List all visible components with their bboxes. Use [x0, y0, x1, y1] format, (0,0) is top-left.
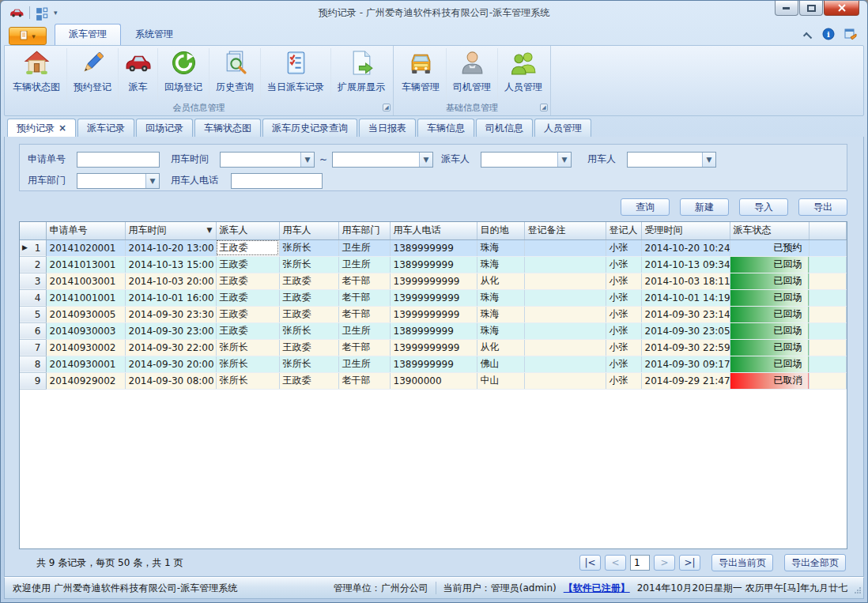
row-indicator-cell[interactable]: 7: [20, 339, 46, 356]
doc-tab-当日报表[interactable]: 当日报表: [359, 119, 416, 137]
table-cell[interactable]: 20140929002: [46, 372, 125, 389]
table-cell[interactable]: 2014-10-01 14:19: [641, 289, 730, 306]
table-cell[interactable]: 小张: [606, 372, 641, 389]
collapse-ribbon-icon[interactable]: [803, 32, 812, 40]
first-page-button[interactable]: |<: [579, 555, 601, 571]
table-cell[interactable]: 2014-09-30 23:00: [125, 322, 216, 339]
table-cell[interactable]: 2014-09-30 08:00: [125, 372, 216, 389]
table-cell[interactable]: 1389999999: [390, 322, 477, 339]
column-header-用车人电话[interactable]: 用车人电话: [390, 222, 477, 239]
doc-tab-预约记录[interactable]: 预约记录×: [7, 119, 76, 137]
table-cell[interactable]: 1389999999: [390, 356, 477, 372]
table-cell[interactable]: 张所长: [216, 356, 279, 372]
table-row[interactable]: 5201409300052014-09-30 23:30王政委王政委老干部139…: [20, 306, 847, 322]
row-indicator-cell[interactable]: ▶1: [20, 239, 46, 256]
phone-input[interactable]: [231, 173, 323, 189]
table-cell[interactable]: 13999999999: [390, 273, 477, 289]
doc-tab-人员管理[interactable]: 人员管理: [534, 119, 591, 137]
column-header-用车部门[interactable]: 用车部门: [338, 222, 390, 239]
dispatcher-combo[interactable]: ▼: [481, 152, 572, 168]
table-cell[interactable]: 2014-09-30 23:14: [641, 306, 730, 322]
query-button[interactable]: 查询: [621, 198, 670, 216]
table-cell[interactable]: 卫生所: [338, 356, 390, 372]
chevron-down-icon[interactable]: ▼: [419, 153, 432, 167]
table-cell[interactable]: [524, 256, 606, 273]
table-cell[interactable]: 2014-10-13 15:00: [125, 256, 216, 273]
table-cell[interactable]: 王政委: [279, 273, 338, 289]
table-cell[interactable]: 王政委: [279, 372, 338, 389]
table-cell[interactable]: 2014-10-01 16:00: [125, 289, 216, 306]
passenger-combo[interactable]: ▼: [627, 152, 716, 168]
table-cell[interactable]: 张所长: [279, 256, 338, 273]
ribbon-button-扩展屏显示[interactable]: 扩展屏显示: [331, 48, 391, 101]
table-cell[interactable]: 王政委: [216, 306, 279, 322]
table-cell[interactable]: 小张: [606, 306, 641, 322]
doc-tab-车辆状态图[interactable]: 车辆状态图: [194, 119, 261, 137]
create-button[interactable]: 新建: [680, 198, 729, 216]
ribbon-button-司机管理[interactable]: 司机管理: [447, 48, 498, 101]
ribbon-button-当日派车记录[interactable]: 当日派车记录: [261, 48, 331, 101]
table-cell[interactable]: 老干部: [338, 339, 390, 356]
doc-tab-派车历史记录查询[interactable]: 派车历史记录查询: [262, 119, 357, 137]
table-cell[interactable]: [524, 372, 606, 389]
table-cell[interactable]: 张所长: [216, 372, 279, 389]
table-cell[interactable]: 珠海: [477, 256, 524, 273]
row-indicator-cell[interactable]: 8: [20, 356, 46, 372]
table-cell[interactable]: 珠海: [477, 239, 524, 256]
table-cell[interactable]: 王政委: [216, 289, 279, 306]
ribbon-button-车辆管理[interactable]: 车辆管理: [395, 48, 447, 101]
row-indicator-cell[interactable]: 4: [20, 289, 46, 306]
table-cell[interactable]: 2014-09-30 09:17: [641, 356, 730, 372]
table-cell[interactable]: [524, 239, 606, 256]
use-time-to-combo[interactable]: ▼: [332, 152, 433, 168]
dialog-launcher-icon[interactable]: ◢: [383, 104, 391, 111]
chevron-down-icon[interactable]: ▼: [557, 153, 571, 167]
application-menu-button[interactable]: ▾: [9, 27, 47, 45]
export-current-page-button[interactable]: 导出当前页: [711, 554, 773, 571]
table-cell[interactable]: 1389999999: [390, 256, 477, 273]
table-cell[interactable]: 王政委: [216, 273, 279, 289]
chevron-down-icon[interactable]: ▼: [702, 153, 715, 167]
skin-style-icon[interactable]: [844, 28, 858, 43]
table-cell[interactable]: 张所长: [279, 356, 338, 372]
table-cell[interactable]: 卫生所: [338, 239, 390, 256]
request-no-input[interactable]: [77, 152, 160, 168]
table-cell[interactable]: 20140930005: [46, 306, 125, 322]
table-row[interactable]: 4201410010012014-10-01 16:00王政委王政委老干部139…: [20, 289, 847, 306]
row-indicator-cell[interactable]: 3: [20, 273, 46, 289]
table-cell[interactable]: 老干部: [338, 289, 390, 306]
ribbon-button-回场登记[interactable]: 回场登记: [158, 48, 209, 101]
table-cell[interactable]: 13900000: [390, 372, 477, 389]
table-cell[interactable]: 2014-10-03 18:11: [641, 273, 730, 289]
ribbon-tab-系统管理[interactable]: 系统管理: [121, 24, 187, 45]
table-row[interactable]: 8201409300012014-09-30 20:00张所长张所长卫生所138…: [20, 356, 847, 372]
maximize-button[interactable]: [799, 1, 823, 16]
table-cell[interactable]: 2014-09-30 23:05: [641, 322, 730, 339]
column-header-派车人[interactable]: 派车人: [216, 222, 279, 239]
table-cell[interactable]: 老干部: [338, 372, 390, 389]
ribbon-button-预约登记[interactable]: 预约登记: [67, 48, 119, 101]
table-cell[interactable]: 珠海: [477, 289, 524, 306]
table-cell[interactable]: 20141013001: [46, 256, 125, 273]
ribbon-button-人员管理[interactable]: 人员管理: [498, 48, 549, 101]
table-cell[interactable]: [524, 306, 606, 322]
table-cell[interactable]: 王政委: [216, 239, 279, 256]
ribbon-tab-派车管理[interactable]: 派车管理: [55, 24, 121, 45]
row-indicator-cell[interactable]: 5: [20, 306, 46, 322]
table-cell[interactable]: 王政委: [216, 256, 279, 273]
last-page-button[interactable]: >|: [679, 555, 700, 571]
table-cell[interactable]: 佛山: [477, 356, 524, 372]
prev-page-button[interactable]: <: [605, 555, 626, 571]
table-cell[interactable]: 从化: [477, 273, 524, 289]
status-cell[interactable]: 已回场: [730, 356, 809, 372]
help-info-icon[interactable]: i: [822, 28, 835, 43]
table-cell[interactable]: 20141001001: [46, 289, 125, 306]
table-cell[interactable]: 2014-10-03 20:00: [125, 273, 216, 289]
page-number-input[interactable]: [630, 555, 650, 571]
row-indicator-cell[interactable]: 2: [20, 256, 46, 273]
next-page-button[interactable]: >: [654, 555, 675, 571]
table-cell[interactable]: 2014-09-30 23:30: [125, 306, 216, 322]
export-all-pages-button[interactable]: 导出全部页: [784, 554, 846, 571]
resize-grip[interactable]: [854, 586, 862, 597]
table-cell[interactable]: 13999999999: [390, 339, 477, 356]
